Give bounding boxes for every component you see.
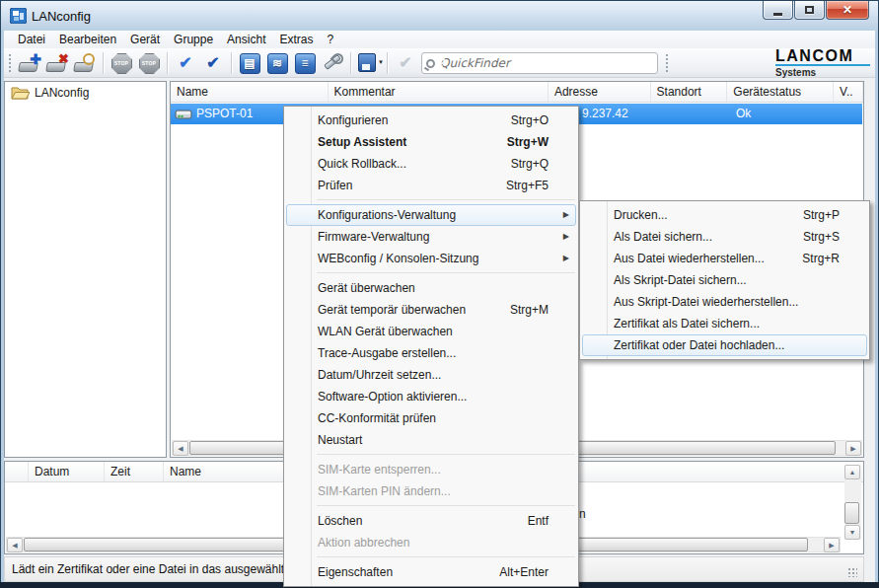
scroll-right-icon[interactable]: ▶ [824, 538, 840, 552]
menu-item-label: Löschen [318, 514, 362, 528]
console-session-icon[interactable]: ≡ [292, 50, 318, 75]
find-device-icon[interactable] [72, 50, 98, 75]
context-menu-item[interactable]: LöschenEntf [284, 510, 578, 532]
menu-item-label: Konfigurieren [318, 113, 388, 127]
check-all-devices-icon[interactable]: ✔ [200, 50, 226, 75]
scroll-left-icon[interactable]: ◀ [7, 538, 23, 552]
column-header[interactable]: Kommentar [329, 82, 549, 102]
lanconfig-window: LANconfig ✕ DateiBearbeitenGerätGruppeAn… [0, 0, 879, 588]
menubar-item[interactable]: Datei [11, 32, 52, 47]
stop-action-icon[interactable]: STOP [109, 50, 134, 75]
scroll-thumb[interactable] [844, 502, 859, 524]
context-menu-item[interactable]: Gerät überwachen [284, 277, 578, 299]
resize-grip[interactable] [847, 567, 857, 577]
menubar-item[interactable]: Gruppe [167, 32, 220, 47]
add-device-icon[interactable]: ✚ [17, 50, 42, 75]
context-menu-item[interactable]: Datum/Uhrzeit setzen... [284, 364, 578, 386]
menubar: DateiBearbeitenGerätGruppeAnsichtExtras? [4, 31, 875, 48]
toolbar-separator [103, 52, 104, 74]
tree-item-lanconfig[interactable]: LANconfig [5, 82, 166, 102]
menubar-item[interactable]: Extras [272, 32, 320, 47]
scroll-down-icon[interactable]: ▼ [844, 525, 860, 540]
toolbar-separator [167, 52, 168, 74]
context-menu-item[interactable]: WEBconfig / Konsolen-Sitzung▶ [284, 248, 578, 269]
context-menu-item[interactable]: Setup AssistentStrg+W [284, 131, 578, 153]
menu-item-label: Setup Assistent [318, 135, 406, 149]
context-menu-item: Aktion abbrechen [284, 532, 578, 553]
column-header[interactable]: V.. [834, 82, 863, 102]
lancom-logo: LANCOM Systems [775, 49, 870, 78]
context-menu-item[interactable]: Quick Rollback...Strg+Q [284, 153, 578, 175]
menubar-item[interactable]: Ansicht [220, 32, 272, 47]
submenu-item[interactable]: Drucken...Strg+P [580, 204, 869, 226]
context-menu: KonfigurierenStrg+OSetup AssistentStrg+W… [283, 106, 579, 587]
menu-item-label: Als Skript-Datei sichern... [614, 273, 747, 287]
scroll-left-icon[interactable]: ◀ [173, 441, 188, 456]
tree-item-label: LANconfig [35, 86, 89, 100]
close-icon: ✕ [842, 3, 852, 17]
context-menu-item[interactable]: KonfigurierenStrg+O [284, 110, 578, 131]
toolbar-separator [387, 52, 388, 74]
menu-item-shortcut: Strg+F5 [506, 175, 549, 196]
menu-item-label: Datum/Uhrzeit setzen... [318, 368, 441, 382]
context-menu-item: SIM-Karten PIN ändern... [284, 480, 578, 502]
scroll-right-icon[interactable]: ▶ [845, 441, 861, 456]
context-menu-item: SIM-Karte entsperren... [284, 459, 578, 480]
check-device-icon[interactable]: ✔ [173, 50, 198, 75]
menu-item-label: Zertifikat oder Datei hochladen... [614, 338, 784, 352]
configure-device-icon[interactable]: ▤ [237, 50, 262, 75]
quickfinder-input[interactable] [440, 56, 637, 70]
context-menu-item[interactable]: PrüfenStrg+F5 [284, 175, 578, 196]
menubar-item[interactable]: Gerät [123, 32, 167, 47]
submenu-item[interactable]: Als Skript-Datei sichern... [580, 269, 869, 291]
menu-separator [284, 269, 578, 277]
column-header[interactable]: Gerätestatus [727, 82, 834, 102]
menu-item-label: WLAN Gerät überwachen [318, 325, 453, 338]
wrench-tools-icon[interactable] [320, 50, 345, 75]
submenu-item[interactable]: Aus Datei wiederherstellen...Strg+R [580, 248, 869, 269]
menu-item-label: Prüfen [318, 179, 352, 192]
menu-item-label: Zertifikat als Datei sichern... [614, 317, 760, 331]
submenu-item[interactable]: Als Datei sichern...Strg+S [580, 226, 869, 248]
menu-item-label: Trace-Ausgabe erstellen... [318, 346, 456, 360]
menu-item-shortcut: Strg+M [510, 299, 549, 321]
context-menu-item[interactable]: Konfigurations-Verwaltung▶ [284, 204, 578, 226]
column-header[interactable]: Datum [29, 462, 105, 481]
menu-separator [284, 451, 578, 459]
column-header[interactable]: Adresse [549, 82, 651, 102]
app-icon [10, 8, 27, 24]
submenu-item[interactable]: Aus Skript-Datei wiederherstellen... [580, 291, 869, 313]
menu-item-label: Gerät überwachen [318, 281, 415, 295]
close-button[interactable]: ✕ [826, 1, 869, 20]
submenu-arrow-icon: ▶ [563, 248, 569, 269]
menu-item-label: Neustart [318, 433, 362, 447]
submenu-item[interactable]: Zertifikat oder Datei hochladen... [580, 334, 869, 356]
menu-separator [284, 553, 578, 561]
context-menu-item[interactable]: EigenschaftenAlt+Enter [284, 561, 578, 583]
wlan-monitor-icon[interactable]: ≋ [264, 50, 290, 75]
context-menu-item[interactable]: Gerät temporär überwachenStrg+M [284, 299, 578, 321]
context-menu-item[interactable]: WLAN Gerät überwachen [284, 321, 578, 342]
delete-device-icon[interactable]: ✖ [44, 50, 70, 75]
menubar-item[interactable]: Bearbeiten [52, 32, 123, 47]
save-config-icon[interactable]: ▼ [356, 50, 382, 75]
menu-item-label: Aktion abbrechen [318, 536, 409, 550]
maximize-button[interactable] [794, 1, 825, 20]
context-menu-item[interactable]: Software-Option aktivieren... [284, 386, 578, 407]
minimize-button[interactable] [763, 1, 793, 20]
context-menu-item[interactable]: Neustart [284, 429, 578, 451]
submenu-item[interactable]: Zertifikat als Datei sichern... [580, 313, 869, 334]
wings-icon[interactable]: ✔ [393, 50, 418, 75]
menu-item-shortcut: Strg+O [511, 110, 549, 131]
column-header[interactable]: Standort [651, 82, 728, 102]
menubar-item[interactable]: ? [320, 32, 340, 47]
stop-all-icon[interactable]: STOP [136, 50, 162, 75]
column-header[interactable]: Name [171, 82, 329, 102]
toolbar-gripper [664, 52, 669, 74]
scroll-up-icon[interactable]: ▲ [844, 465, 860, 479]
context-menu-item[interactable]: CC-Konformität prüfen [284, 407, 578, 429]
context-menu-item[interactable]: Firmware-Verwaltung▶ [284, 226, 578, 248]
log-vscrollbar[interactable]: ▲ ▼ [844, 465, 861, 540]
context-menu-item[interactable]: Trace-Ausgabe erstellen... [284, 342, 578, 364]
column-header[interactable]: Zeit [105, 462, 164, 481]
